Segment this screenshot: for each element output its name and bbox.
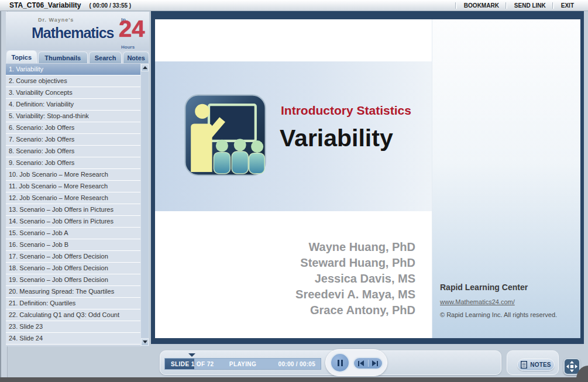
tab-thumbnails[interactable]: Thumbnails: [38, 51, 88, 63]
topic-list-item[interactable]: 11. Job Scenario – More Research: [6, 181, 141, 192]
topic-list-item[interactable]: 3. Variability Concepts: [6, 87, 141, 99]
author-line: Steward Huang, PhD: [211, 255, 415, 271]
triangle-up-icon: [143, 66, 147, 69]
course-title: STA_CT06_Variability: [9, 1, 81, 9]
topics-list: 1. Variability2. Course objectives3. Var…: [6, 63, 141, 346]
logo-24-text: 24: [119, 16, 145, 42]
sidebar: Dr. Wayne's Mathematics In 24 Hours Topi…: [6, 12, 149, 346]
topic-list-item[interactable]: 12. Job Scenario – More Research: [6, 192, 141, 204]
sidebar-tabs: Topics Thumbnails Search Notes: [6, 50, 149, 63]
topic-list-item[interactable]: 14. Scenario – Job Offers in Pictures: [6, 216, 141, 228]
titlebar-actions: BOOKMARK SEND LINK EXIT: [456, 0, 588, 11]
transport-controls: [325, 349, 387, 376]
seek-marker-icon[interactable]: [188, 353, 195, 357]
step-buttons: [353, 357, 383, 370]
tab-search[interactable]: Search: [89, 51, 122, 63]
notes-button-label: NOTES: [530, 362, 551, 368]
pause-button[interactable]: [330, 353, 350, 373]
course-player-window: STA_CT06_Variability ( 00:00 / 33:55 ) B…: [0, 0, 588, 382]
progress-bar[interactable]: SLIDE 1 OF 72 PLAYING 00:00 / 00:05: [164, 358, 321, 370]
scroll-down-button[interactable]: [141, 338, 149, 346]
logo-prefix-text: Dr. Wayne's: [38, 17, 74, 23]
logo-name-text: Mathematics: [32, 25, 114, 42]
window-bottom-edge: [0, 377, 588, 382]
topic-list-item[interactable]: 2. Course objectives: [6, 75, 141, 87]
author-line: Grace Antony, PhD: [211, 302, 415, 318]
topic-list-item[interactable]: 20. Measuring Spread: The Quartiles: [6, 286, 141, 298]
topic-list-item[interactable]: 10. Job Scenario – More Research: [6, 169, 141, 181]
author-line: Sreedevi A. Maya, MS: [211, 287, 415, 302]
topic-list-item[interactable]: 7. Scenario: Job Offers: [6, 134, 141, 146]
step-forward-icon: [372, 360, 376, 366]
slide-main-title: Variability: [280, 125, 393, 152]
pause-icon: [341, 360, 343, 366]
topic-list-item[interactable]: 24. Slide 24: [6, 333, 141, 345]
org-name: Rapid Learning Center: [440, 283, 528, 292]
topic-list-item[interactable]: 18. Scenario – Job Offers Decision: [6, 263, 141, 274]
step-backward-icon: [360, 360, 364, 366]
topic-list-item[interactable]: 4. Definition: Variability: [6, 99, 141, 111]
topic-list-item[interactable]: 1. Variability: [6, 64, 141, 75]
author-line: Wayne Huang, PhD: [211, 239, 415, 255]
expand-arrows-icon: [566, 360, 578, 373]
topic-list-item[interactable]: 22. Calculating Q1 and Q3: Odd Count: [6, 309, 141, 321]
pause-icon: [338, 360, 339, 366]
topics-panel: 1. Variability2. Course objectives3. Var…: [6, 63, 149, 346]
bookmark-button[interactable]: BOOKMARK: [457, 0, 506, 11]
scroll-up-button[interactable]: [141, 64, 149, 71]
slide-stage: Introductory Statistics Variability Wayn…: [151, 11, 584, 344]
slide-time: 00:00 / 00:05: [278, 359, 315, 370]
tab-notes[interactable]: Notes: [123, 51, 149, 63]
send-link-button[interactable]: SEND LINK: [507, 0, 553, 11]
topic-list-item[interactable]: 6. Scenario: Job Offers: [6, 122, 141, 134]
topic-list-item[interactable]: 9. Scenario: Job Offers: [6, 157, 141, 169]
authors-list: Wayne Huang, PhDSteward Huang, PhDJessic…: [211, 239, 415, 318]
website-link[interactable]: www.Mathematics24.com/: [440, 298, 515, 305]
topic-list-item[interactable]: 15. Scenario – Job A: [6, 228, 141, 239]
topic-list-item[interactable]: 23. Slide 23: [6, 321, 141, 333]
tab-topics[interactable]: Topics: [6, 50, 37, 63]
triangle-down-icon: [143, 340, 147, 343]
presentation-icon: [184, 94, 266, 177]
topic-list-item[interactable]: 21. Definition: Quartiles: [6, 298, 141, 309]
notes-button[interactable]: NOTES: [517, 359, 555, 371]
next-slide-button[interactable]: [369, 358, 383, 369]
previous-slide-button[interactable]: [354, 358, 368, 369]
exit-button[interactable]: EXIT: [554, 0, 581, 11]
copyright-text: © Rapid Learning Inc. All rights reserve…: [440, 311, 557, 318]
document-icon: [521, 361, 527, 369]
step-backward-icon: [358, 361, 359, 366]
topic-list-item[interactable]: 13. Scenario – Job Offers in Pictures: [6, 204, 141, 216]
step-forward-icon: [377, 361, 378, 366]
topics-scrollbar[interactable]: [140, 63, 149, 346]
logo-hours-text: Hours: [121, 44, 135, 50]
slide-subject: Introductory Statistics: [281, 104, 411, 118]
topic-list-item[interactable]: 8. Scenario: Job Offers: [6, 146, 141, 157]
author-line: Jessica Davis, MS: [211, 271, 415, 287]
topic-list-item[interactable]: 17. Scenario – Job Offers Decision: [6, 251, 141, 263]
total-time: ( 00:00 / 33:55 ): [90, 2, 132, 9]
titlebar-left: STA_CT06_Variability ( 00:00 / 33:55 ): [0, 1, 131, 9]
topic-list-item[interactable]: 16. Scenario – Job B: [6, 239, 141, 251]
slide: Introductory Statistics Variability Wayn…: [155, 19, 580, 338]
topic-list-item[interactable]: 5. Variability: Stop-and-think: [6, 111, 141, 122]
topic-list-item[interactable]: 19. Scenario – Job Offers Decision: [6, 274, 141, 286]
titlebar: STA_CT06_Variability ( 00:00 / 33:55 ) B…: [0, 0, 588, 11]
mathematics24-logo: Dr. Wayne's Mathematics In 24 Hours: [6, 12, 149, 50]
